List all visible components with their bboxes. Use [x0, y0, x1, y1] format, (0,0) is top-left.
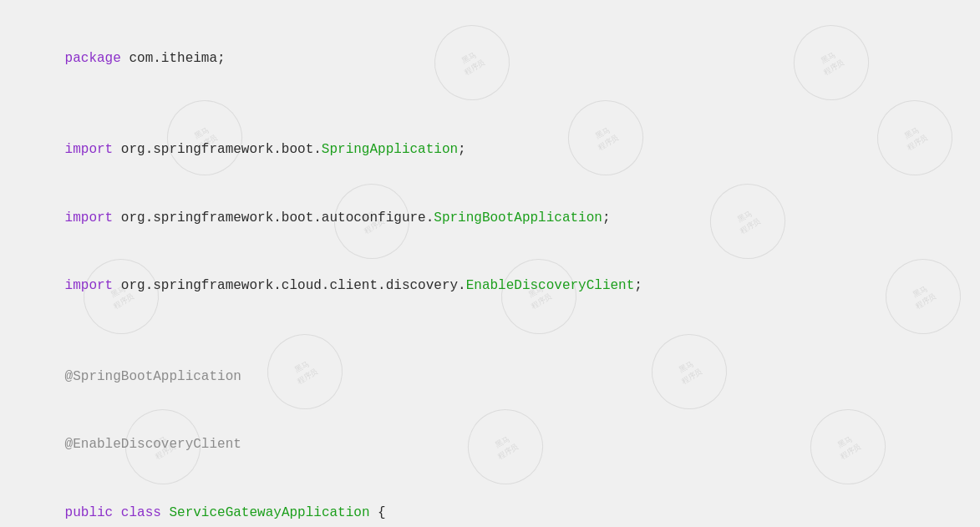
import-path-2: org.springframework.boot.autoconfigure.: [113, 210, 434, 225]
semicolon-3: ;: [634, 278, 642, 293]
code-line-blank-2: [17, 320, 963, 342]
keyword-package: package: [65, 51, 121, 66]
keyword-import-3: import: [65, 278, 114, 293]
open-brace: {: [370, 505, 386, 520]
code-line-import-2: import org.springframework.boot.autoconf…: [17, 184, 963, 252]
class-discovery: EnableDiscoveryClient: [466, 278, 635, 293]
import-path-3: org.springframework.cloud.client.discove…: [113, 278, 465, 293]
semicolon-1: ;: [458, 142, 466, 157]
class-springboot-app: SpringBootApplication: [434, 210, 602, 225]
space-2: [161, 505, 170, 520]
class-gateway-app: ServiceGatewayApplication: [169, 505, 369, 520]
space-1: [113, 505, 121, 520]
code-container: 黑马程序员 黑马程序员 黑马程序员 黑马程序员 黑马程序员 黑马程序员 黑马程序…: [0, 0, 980, 527]
code-line-import-3: import org.springframework.cloud.client.…: [17, 252, 963, 321]
code-line-class-decl: public class ServiceGatewayApplication {: [17, 479, 963, 527]
keyword-import-1: import: [65, 142, 114, 157]
code-line-annotation-1: @SpringBootApplication: [17, 343, 963, 412]
keyword-public-1: public: [65, 505, 114, 520]
annotation-discovery: @EnableDiscoveryClient: [65, 437, 241, 452]
semicolon-2: ;: [602, 210, 611, 225]
code-block: package com.itheima; import org.springfr…: [17, 25, 963, 527]
code-line-annotation-2: @EnableDiscoveryClient: [17, 411, 963, 479]
keyword-import-2: import: [65, 210, 114, 225]
annotation-springboot: @SpringBootApplication: [65, 369, 241, 384]
class-spring-app: SpringApplication: [322, 142, 458, 157]
package-name: com.itheima;: [121, 51, 226, 66]
code-line-import-1: import org.springframework.boot.SpringAp…: [17, 116, 963, 185]
keyword-class: class: [121, 505, 161, 520]
code-line-blank-1: [17, 94, 963, 116]
code-line-1: package com.itheima;: [17, 25, 963, 94]
import-path-1: org.springframework.boot.: [113, 142, 322, 157]
